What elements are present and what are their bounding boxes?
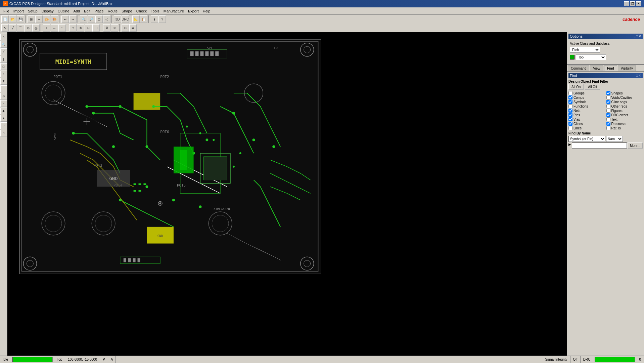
menu-shape[interactable]: Shape bbox=[120, 8, 134, 14]
tb-save[interactable]: 💾 bbox=[17, 15, 24, 23]
lt-select[interactable]: ↖ bbox=[0, 34, 7, 40]
tb2-pad[interactable]: ◎ bbox=[32, 24, 40, 32]
cb-drc-errors[interactable] bbox=[606, 113, 610, 117]
tb-snap[interactable]: ✦ bbox=[35, 15, 43, 23]
tb2-add-connect[interactable]: + bbox=[43, 24, 50, 32]
lt-zoom[interactable]: 🔍 bbox=[0, 41, 7, 48]
lt-property[interactable]: P bbox=[0, 122, 7, 129]
tb-zoom-fit[interactable]: ⊡ bbox=[95, 15, 103, 23]
menu-display[interactable]: Display bbox=[40, 8, 56, 14]
canvas-area[interactable]: MIDI=SYNTH SPI I2C POT1 POT2 POT6 POT3 P… bbox=[7, 32, 567, 356]
menu-add[interactable]: Add bbox=[72, 8, 82, 14]
cb-shapes[interactable] bbox=[606, 91, 610, 95]
cb-lines[interactable] bbox=[568, 126, 572, 130]
tb-grid[interactable]: ⊞ bbox=[28, 15, 35, 23]
menu-route[interactable]: Route bbox=[106, 8, 120, 14]
tb-zoom-out[interactable]: 🔎 bbox=[88, 15, 95, 23]
tb-help2[interactable]: ? bbox=[158, 15, 166, 23]
find-text-input[interactable] bbox=[572, 143, 627, 149]
lt-add-rect[interactable]: □ bbox=[0, 63, 7, 70]
lt-constraint[interactable]: ≡ bbox=[0, 100, 7, 107]
tb-info[interactable]: ℹ bbox=[151, 15, 158, 23]
minimize-button[interactable]: _ bbox=[624, 1, 629, 6]
menu-setup[interactable]: Setup bbox=[26, 8, 40, 14]
cb-rat-ts[interactable] bbox=[606, 126, 610, 130]
lt-add-line[interactable]: | bbox=[0, 56, 7, 63]
menu-help[interactable]: Help bbox=[201, 8, 213, 14]
tab-find[interactable]: Find bbox=[604, 66, 617, 71]
tab-command[interactable]: Command bbox=[568, 66, 589, 71]
find-maximize[interactable]: □ bbox=[636, 74, 638, 77]
tb2-swap[interactable]: ⇄ bbox=[129, 24, 137, 32]
options-maximize[interactable]: □ bbox=[636, 35, 638, 38]
find-more-button[interactable]: More... bbox=[628, 143, 643, 149]
cb-other-regs[interactable] bbox=[606, 104, 610, 108]
class-dropdown[interactable]: Etch bbox=[570, 47, 600, 53]
all-off-button[interactable]: All Off bbox=[585, 84, 600, 90]
tb-report[interactable]: 📋 bbox=[140, 15, 147, 23]
tb-3d[interactable]: 3D bbox=[114, 15, 121, 23]
lt-highlight[interactable]: ★ bbox=[0, 115, 7, 122]
tb2-copy[interactable]: ⧉ bbox=[103, 24, 110, 32]
cb-cline-segs[interactable] bbox=[606, 100, 610, 104]
lt-add-text[interactable]: T bbox=[0, 78, 7, 85]
cb-pins[interactable] bbox=[568, 113, 572, 117]
tb2-rotate[interactable]: ↻ bbox=[85, 24, 92, 32]
pcb-board[interactable]: MIDI=SYNTH SPI I2C POT1 POT2 POT6 POT3 P… bbox=[19, 39, 321, 274]
find-minimize[interactable]: _ bbox=[634, 74, 636, 77]
menu-tools[interactable]: Tools bbox=[149, 8, 162, 14]
cb-voids[interactable] bbox=[606, 95, 610, 99]
menu-outline[interactable]: Outline bbox=[56, 8, 72, 14]
options-minimize[interactable]: _ bbox=[634, 35, 636, 38]
tb2-delay-tune[interactable]: ~ bbox=[58, 24, 66, 32]
name-select[interactable]: Nam bbox=[606, 136, 623, 142]
tb-zoom-prev[interactable]: ◁ bbox=[103, 15, 110, 23]
lt-via[interactable]: ⊙ bbox=[0, 93, 7, 99]
menu-file[interactable]: File bbox=[1, 8, 11, 14]
tb-redo[interactable]: ↪ bbox=[69, 15, 77, 23]
tb-zoom-in[interactable]: 🔍 bbox=[80, 15, 87, 23]
menu-edit[interactable]: Edit bbox=[82, 8, 92, 14]
tb2-mirror[interactable]: ⊣ bbox=[92, 24, 100, 32]
tb-open[interactable]: 📂 bbox=[9, 15, 16, 23]
cb-functions[interactable] bbox=[568, 104, 572, 108]
lt-3d-view[interactable]: ◆ bbox=[0, 108, 7, 114]
tb2-select[interactable]: ↖ bbox=[1, 24, 9, 32]
lt-measure[interactable]: ↔ bbox=[0, 85, 7, 92]
restore-button[interactable]: ❐ bbox=[630, 1, 635, 6]
lt-route[interactable]: ╱ bbox=[0, 48, 7, 55]
menu-export[interactable]: Export bbox=[186, 8, 201, 14]
tb2-move[interactable]: ✥ bbox=[77, 24, 84, 32]
lt-add-circle[interactable]: ○ bbox=[0, 71, 7, 77]
tb-color[interactable]: 🎨 bbox=[51, 15, 58, 23]
tb-drc[interactable]: DRC bbox=[122, 15, 129, 23]
tb2-place-comp[interactable]: □ bbox=[69, 24, 77, 32]
tb2-delete[interactable]: ✕ bbox=[111, 24, 118, 32]
menu-check[interactable]: Check bbox=[134, 8, 149, 14]
tb-new[interactable]: 📄 bbox=[1, 15, 9, 23]
tb-undo[interactable]: ↩ bbox=[61, 15, 69, 23]
all-on-button[interactable]: All On bbox=[568, 84, 584, 90]
cb-comps[interactable] bbox=[568, 95, 572, 99]
tab-visibility[interactable]: Visibility bbox=[618, 66, 636, 71]
tb2-route-arc[interactable]: ⌒ bbox=[17, 24, 24, 32]
find-close[interactable]: ✕ bbox=[639, 74, 641, 77]
tb2-via[interactable]: ⊙ bbox=[25, 24, 32, 32]
tb2-route-line[interactable]: ╱ bbox=[9, 24, 16, 32]
options-close[interactable]: ✕ bbox=[639, 35, 641, 38]
tb-measure[interactable]: 📐 bbox=[132, 15, 140, 23]
cb-vias[interactable] bbox=[568, 117, 572, 121]
cb-symbols[interactable] bbox=[568, 100, 572, 104]
tb2-ripup[interactable]: ✂ bbox=[122, 24, 129, 32]
cb-clines[interactable] bbox=[568, 122, 572, 126]
subclass-dropdown[interactable]: Top bbox=[576, 54, 606, 60]
tb-highlight[interactable]: 🔆 bbox=[43, 15, 50, 23]
cb-text[interactable] bbox=[606, 117, 610, 121]
tb2-slide[interactable]: ↔ bbox=[51, 24, 58, 32]
cb-groups[interactable] bbox=[568, 91, 572, 95]
cb-ratsnests[interactable] bbox=[606, 122, 610, 126]
menu-import[interactable]: Import bbox=[11, 8, 26, 14]
cb-nets[interactable] bbox=[568, 109, 572, 113]
tab-view[interactable]: View bbox=[590, 66, 603, 71]
menu-manufacture[interactable]: Manufacture bbox=[162, 8, 186, 14]
